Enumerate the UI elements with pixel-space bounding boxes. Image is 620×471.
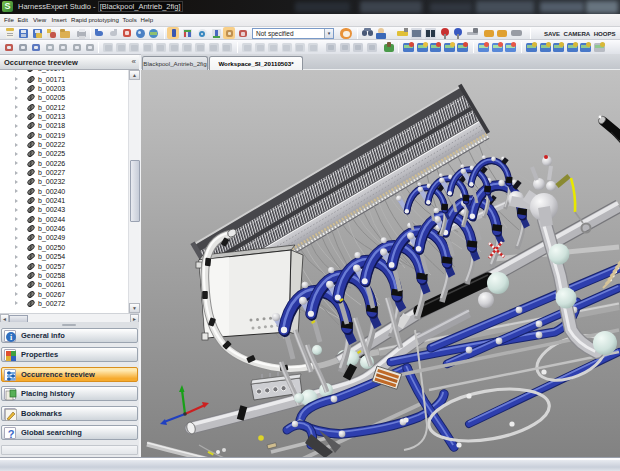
- svg-text:?: ?: [8, 428, 15, 440]
